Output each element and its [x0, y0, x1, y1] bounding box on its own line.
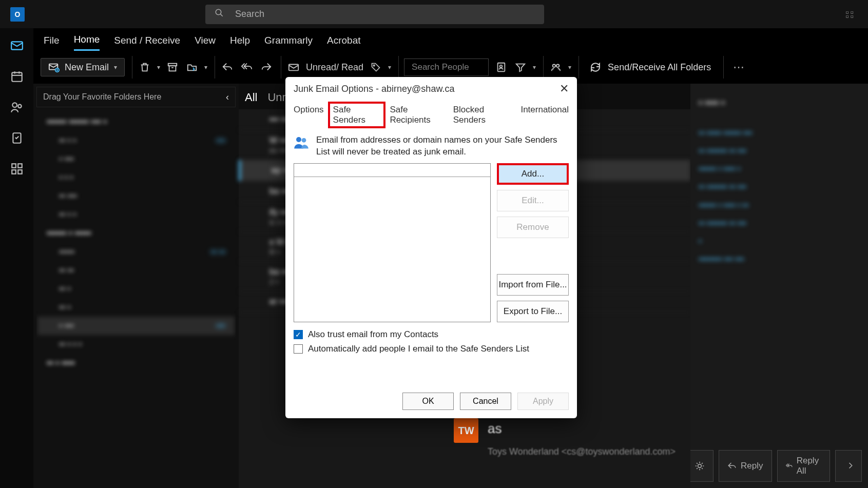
reply-all-button[interactable]: Reply All [777, 450, 830, 482]
close-icon[interactable]: ✕ [560, 82, 569, 95]
archive-icon[interactable] [165, 60, 180, 74]
safe-senders-listbox[interactable] [294, 163, 491, 322]
tab-send-receive[interactable]: Send / Receive [114, 35, 180, 50]
tab-grammarly[interactable]: Grammarly [264, 35, 313, 50]
people-icon [294, 134, 309, 150]
svg-point-29 [302, 138, 306, 143]
unread-read-label[interactable]: Unread/ Read [306, 62, 363, 73]
mail-icon[interactable] [9, 37, 25, 54]
import-from-file-button[interactable]: Import from File... [497, 274, 569, 296]
tag-icon[interactable] [369, 60, 383, 74]
dialog-titlebar: Junk Email Options - abirney@shaw.ca ✕ [285, 77, 577, 100]
svg-rect-3 [12, 72, 22, 81]
svg-point-26 [556, 65, 560, 68]
add-button[interactable]: Add... [497, 163, 569, 185]
folder-item[interactable]: ▪▪ ▪ ▪ ▪ [37, 335, 235, 354]
reply-icon [727, 461, 737, 471]
filter-icon[interactable] [513, 60, 528, 74]
cancel-button[interactable]: Cancel [460, 393, 511, 410]
favorites-hint: Drag Your Favorite Folders Here [43, 92, 161, 102]
global-search-input[interactable]: Search [205, 5, 544, 24]
filter-tab-all[interactable]: All [245, 91, 257, 109]
tab-acrobat[interactable]: Acrobat [327, 35, 360, 50]
folder-item[interactable]: ▪▪ ▪▪ [37, 261, 235, 280]
safe-senders-entry-input[interactable] [294, 164, 490, 177]
folder-account-header[interactable]: ▪▪▪▪▪▪ ▪ ▪▪▪▪▪ [37, 224, 235, 243]
folder-item[interactable]: ▪▪ ▪ ▪ [37, 205, 235, 224]
folder-item[interactable]: ▪▪▪▪▪▪▪ ▪▪ [37, 243, 235, 261]
window-grip-icon: ▫▫▫▫ [845, 10, 855, 18]
folder-item[interactable]: ▪▪ ▪▪▪ [37, 187, 235, 205]
dialog-tab-options[interactable]: Options [290, 102, 328, 128]
svg-point-25 [553, 65, 556, 68]
remove-button: Remove [497, 217, 569, 238]
forward-button[interactable] [835, 450, 862, 482]
reply-all-icon[interactable] [240, 60, 254, 74]
message-subject: as [488, 421, 501, 437]
sun-icon [695, 461, 705, 471]
outlook-logo-icon: O [10, 7, 25, 22]
chevron-down-icon[interactable]: ▾ [157, 64, 160, 71]
address-book-icon[interactable] [494, 60, 508, 74]
folder-item[interactable]: ▪▪ ▪ [37, 280, 235, 298]
move-icon[interactable] [185, 60, 199, 74]
svg-point-24 [500, 65, 503, 68]
more-commands-icon[interactable]: ⋯ [733, 61, 744, 74]
tab-home[interactable]: Home [74, 34, 100, 51]
dialog-tab-blocked-senders[interactable]: Blocked Senders [449, 102, 517, 128]
title-bar: O Search ▫▫▫▫ [0, 0, 868, 28]
brightness-button[interactable] [690, 450, 713, 482]
chevron-down-icon[interactable]: ▾ [204, 64, 207, 71]
calendar-icon[interactable] [9, 68, 25, 85]
apps-icon[interactable] [9, 161, 25, 177]
svg-rect-13 [18, 170, 22, 174]
people-icon[interactable] [9, 99, 25, 115]
folder-tree[interactable]: ▪▪▪▪▪▪ ▪▪▪▪▪▪ ▪▪▪ ▪ ▪▪ ▪ ▪▪▪▪ ▪ ▪▪▪ ▪ ▪ … [36, 107, 236, 485]
folder-item[interactable]: ▪ ▪▪▪▪▪▪ [37, 317, 235, 335]
favorites-drop-zone[interactable]: Drag Your Favorite Folders Here ‹ [36, 87, 236, 107]
forward-icon[interactable] [259, 60, 274, 74]
reply-icon[interactable] [220, 60, 235, 74]
dialog-tab-international[interactable]: International [516, 102, 573, 128]
new-email-button[interactable]: New Email ▾ [41, 58, 125, 76]
folder-item[interactable]: ▪▪ ▪ [37, 298, 235, 317]
folder-account-header[interactable]: ▪▪▪▪▪▪ ▪▪▪▪▪▪ ▪▪▪ ▪ [37, 112, 235, 131]
sync-icon [589, 61, 602, 73]
svg-rect-21 [289, 65, 298, 71]
reply-button[interactable]: Reply [719, 450, 771, 482]
auto-add-checkbox[interactable]: Automatically add people I email to the … [294, 344, 569, 354]
folder-item[interactable]: ▪ ▪▪▪ [37, 150, 235, 168]
ok-button[interactable]: OK [402, 393, 454, 410]
tasks-icon[interactable] [9, 130, 25, 146]
send-receive-all-button[interactable]: Send/Receive All Folders [584, 58, 716, 76]
folder-account-header[interactable]: ▪▪ ▪ ▪▪▪▪ [37, 354, 235, 373]
dialog-tab-safe-senders[interactable]: Safe Senders [328, 102, 386, 128]
folder-item[interactable]: ▪▪ ▪ ▪▪▪▪ [37, 131, 235, 150]
search-people-input[interactable]: Search People [404, 58, 489, 76]
folder-item[interactable]: ▪ ▪ ▪ [37, 168, 235, 187]
delete-icon[interactable] [138, 60, 152, 74]
junk-email-options-dialog: Junk Email Options - abirney@shaw.ca ✕ O… [285, 77, 577, 418]
chevron-down-icon[interactable]: ▾ [388, 64, 391, 71]
groups-icon[interactable] [549, 60, 563, 74]
export-to-file-button[interactable]: Export to File... [497, 301, 569, 322]
ribbon: File Home Send / Receive View Help Gramm… [33, 28, 868, 83]
chevron-down-icon[interactable]: ▾ [533, 64, 536, 71]
chevron-down-icon[interactable]: ▾ [568, 64, 571, 71]
folder-pane: Drag Your Favorite Folders Here ‹ ▪▪▪▪▪▪… [33, 84, 239, 488]
envelope-icon [286, 60, 301, 74]
trust-contacts-checkbox[interactable]: ✓ Also trust email from my Contacts [294, 329, 569, 340]
auto-add-label: Automatically add people I email to the … [308, 344, 529, 354]
chevron-left-icon[interactable]: ‹ [226, 92, 229, 103]
dialog-side-buttons: Add... Edit... Remove Import from File..… [497, 163, 569, 322]
reply-all-label: Reply All [797, 456, 821, 476]
dialog-tab-safe-recipients[interactable]: Safe Recipients [385, 102, 449, 128]
trust-contacts-label: Also trust email from my Contacts [308, 329, 438, 340]
svg-point-28 [296, 137, 301, 142]
reading-pane-blurred-content: ▪ ▪▪▪▪ ▪ ▪▪ ▪▪▪▪▪ ▪▪▪▪▪▪ ▪▪▪ ▪▪ ▪▪▪▪▪▪▪ … [690, 84, 868, 488]
chevron-down-icon[interactable]: ▾ [114, 64, 117, 71]
tab-help[interactable]: Help [230, 35, 250, 50]
tab-file[interactable]: File [44, 35, 60, 50]
tab-view[interactable]: View [195, 35, 216, 50]
dialog-checkboxes: ✓ Also trust email from my Contacts Auto… [294, 329, 569, 354]
